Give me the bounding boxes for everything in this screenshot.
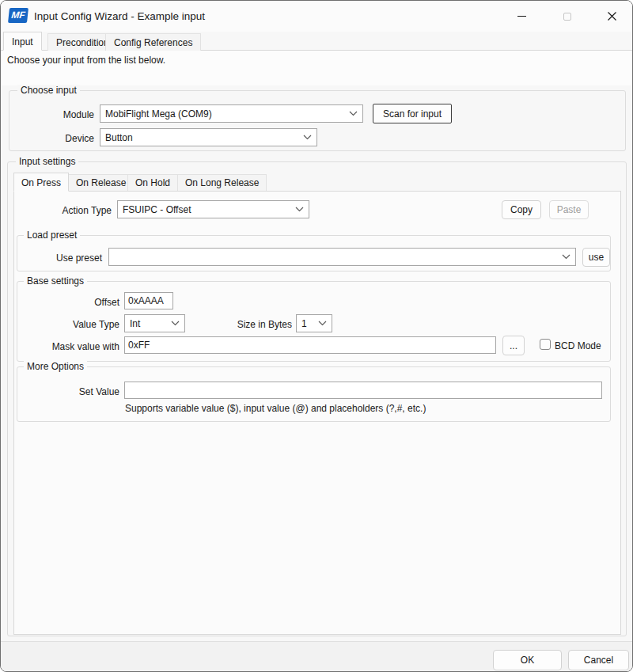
chevron-down-icon (303, 135, 312, 140)
tab-on-release[interactable]: On Release (68, 174, 134, 191)
cancel-button[interactable]: Cancel (568, 650, 629, 670)
minimize-button[interactable] (499, 1, 544, 32)
module-label: Module (9, 108, 94, 121)
ok-button[interactable]: OK (493, 650, 562, 670)
size-in-bytes-combobox[interactable]: 1 (296, 314, 332, 332)
maximize-icon (563, 13, 571, 21)
choose-input-legend: Choose input (17, 85, 80, 97)
tab-on-hold[interactable]: On Hold (127, 174, 178, 191)
use-preset-apply-button[interactable]: use (582, 248, 610, 267)
description-strip: Choose your input from the list below. (1, 51, 632, 85)
set-value-hint: Supports variable value ($), input value… (125, 403, 426, 414)
use-preset-label: Use preset (17, 252, 102, 264)
value-type-label: Value Type (28, 318, 119, 331)
action-type-combobox[interactable]: FSUIPC - Offset (117, 200, 309, 218)
mask-value-input[interactable] (124, 336, 496, 354)
chevron-down-icon (171, 321, 180, 326)
chevron-down-icon (562, 254, 570, 260)
action-type-value: FSUIPC - Offset (123, 204, 292, 215)
mobiflight-logo-icon: MF (8, 8, 28, 23)
size-in-bytes-value: 1 (301, 318, 315, 329)
set-value-input[interactable] (124, 382, 602, 399)
bcd-mode-checkbox[interactable] (540, 339, 551, 350)
device-label: Device (9, 132, 94, 145)
minimize-icon (517, 16, 526, 17)
tab-on-long-release[interactable]: On Long Release (177, 174, 267, 191)
tab-config-references[interactable]: Config References (105, 33, 201, 51)
load-preset-legend: Load preset (24, 230, 80, 241)
maximize-button (544, 1, 589, 32)
paste-button: Paste (549, 200, 589, 219)
chevron-down-icon (349, 111, 358, 116)
use-preset-combobox[interactable] (108, 248, 576, 266)
value-type-value: Int (130, 318, 168, 329)
copy-button[interactable]: Copy (502, 200, 541, 219)
module-value: MobiFlight Mega (COM9) (105, 108, 346, 120)
close-icon (607, 11, 617, 21)
module-combobox[interactable]: MobiFlight Mega (COM9) (100, 104, 363, 123)
mask-browse-button[interactable]: ... (502, 336, 525, 355)
mask-value-label: Mask value with (28, 340, 119, 353)
offset-label: Offset (28, 296, 119, 309)
set-value-label: Set Value (28, 385, 119, 398)
action-type-label: Action Type (20, 204, 112, 217)
chevron-down-icon (295, 207, 304, 212)
more-options-legend: More Options (24, 361, 87, 373)
close-button[interactable] (589, 1, 633, 32)
value-type-combobox[interactable]: Int (124, 314, 185, 332)
size-in-bytes-label: Size in Bytes (197, 318, 292, 331)
tab-on-press[interactable]: On Press (13, 173, 69, 192)
offset-input[interactable] (124, 292, 173, 309)
device-combobox[interactable]: Button (100, 128, 317, 146)
tab-input[interactable]: Input (3, 32, 42, 51)
bcd-mode-label: BCD Mode (555, 340, 610, 352)
base-settings-legend: Base settings (24, 275, 87, 287)
input-config-wizard-dialog: MF Input Config Wizard - Example input I… (0, 0, 633, 672)
device-value: Button (105, 132, 300, 143)
title-bar: MF Input Config Wizard - Example input (1, 1, 632, 32)
scan-for-input-button[interactable]: Scan for input (373, 104, 452, 123)
page-description: Choose your input from the list below. (7, 55, 165, 66)
chevron-down-icon (318, 321, 327, 326)
input-settings-legend: Input settings (16, 156, 78, 168)
window-title: Input Config Wizard - Example input (34, 1, 205, 32)
